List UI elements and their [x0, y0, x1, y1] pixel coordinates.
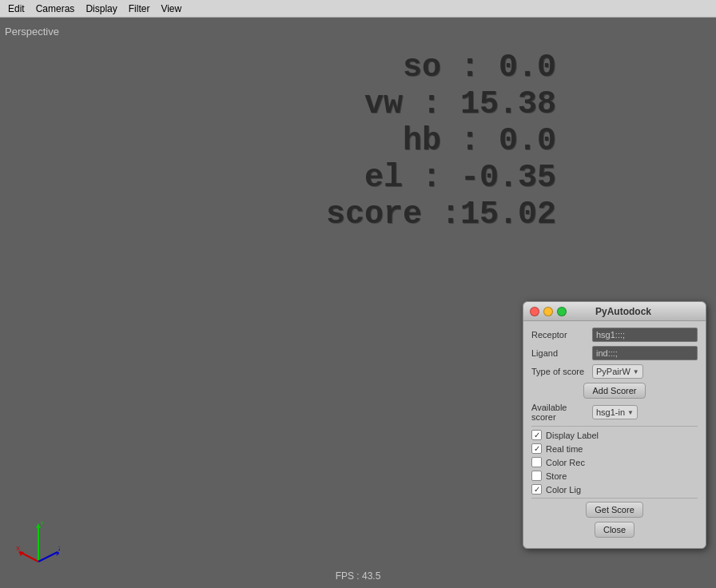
type-score-row: Type of score PyPairW ▼ — [531, 364, 698, 379]
menu-edit[interactable]: Edit — [3, 2, 30, 16]
ligand-field[interactable]: ind:::; — [592, 346, 698, 360]
store-text: Store — [546, 471, 567, 481]
real-time-text: Real time — [546, 444, 583, 454]
color-lig-row: ✓ Color Lig — [531, 484, 698, 495]
panel: PyAutodock Receptor hsg1:::; Ligand ind:… — [523, 301, 706, 549]
window-min-btn[interactable] — [543, 307, 553, 316]
available-scorer-dropdown[interactable]: hsg1-in ▼ — [592, 405, 638, 419]
add-scorer-row: Add Scorer — [531, 383, 698, 399]
window-close-btn[interactable] — [530, 307, 539, 316]
divider-1 — [531, 426, 698, 427]
panel-titlebar: PyAutodock — [523, 302, 706, 321]
receptor-row: Receptor hsg1:::; — [531, 328, 698, 342]
available-scorer-value: hsg1-in — [596, 407, 625, 417]
svg-text:Y: Y — [40, 522, 45, 526]
perspective-label: Perspective — [5, 26, 59, 38]
menubar: Edit Cameras Display Filter View — [0, 0, 716, 18]
menu-filter[interactable]: Filter — [124, 2, 155, 16]
display-label-row: ✓ Display Label — [531, 430, 698, 440]
panel-content: Receptor hsg1:::; Ligand ind:::; Type of… — [523, 321, 706, 548]
panel-title: PyAutodock — [571, 306, 676, 317]
svg-line-2 — [38, 552, 58, 562]
vw-score: vw : 15.38 — [326, 86, 556, 123]
available-scorer-label: Available scorer — [531, 403, 587, 422]
close-row: Close — [531, 522, 698, 538]
color-lig-checkbox[interactable]: ✓ — [531, 484, 542, 495]
receptor-field[interactable]: hsg1:::; — [592, 328, 698, 342]
display-label-text: Display Label — [546, 431, 599, 440]
total-score: score :15.02 — [326, 197, 556, 233]
type-score-value: PyPairW — [596, 367, 630, 376]
window-max-btn[interactable] — [557, 307, 567, 316]
close-button[interactable]: Close — [595, 522, 634, 538]
display-label-checkbox[interactable]: ✓ — [531, 430, 542, 440]
ligand-row: Ligand ind:::; — [531, 346, 698, 360]
axis-widget: Y X Z — [16, 522, 60, 566]
menu-display[interactable]: Display — [81, 2, 121, 16]
store-checkbox[interactable] — [531, 471, 542, 481]
color-lig-text: Color Lig — [546, 485, 581, 495]
ligand-label: Ligand — [531, 348, 587, 358]
real-time-checkbox[interactable]: ✓ — [531, 443, 542, 454]
add-scorer-button[interactable]: Add Scorer — [583, 383, 645, 399]
svg-text:Z: Z — [58, 545, 60, 552]
svg-text:X: X — [16, 545, 21, 552]
get-score-row: Get Score — [531, 502, 698, 518]
score-overlay: so : 0.0 vw : 15.38 hb : 0.0 el : -0.35 … — [326, 50, 556, 233]
fps-label: FPS : 43.5 — [336, 570, 381, 582]
divider-2 — [531, 498, 698, 499]
el-score: el : -0.35 — [326, 160, 556, 197]
color-rec-checkbox[interactable] — [531, 457, 542, 467]
available-scorer-row: Available scorer hsg1-in ▼ — [531, 403, 698, 422]
get-score-button[interactable]: Get Score — [586, 502, 643, 518]
type-score-dropdown[interactable]: PyPairW ▼ — [592, 364, 643, 379]
color-rec-text: Color Rec — [546, 458, 585, 467]
viewport: Perspective so : 0.0 vw : 15.38 hb : 0.0… — [0, 18, 716, 588]
menu-cameras[interactable]: Cameras — [31, 2, 80, 16]
real-time-row: ✓ Real time — [531, 443, 698, 454]
so-score: so : 0.0 — [326, 50, 556, 86]
store-row: Store — [531, 471, 698, 481]
receptor-label: Receptor — [531, 330, 587, 340]
color-rec-row: Color Rec — [531, 457, 698, 467]
chevron-down-icon: ▼ — [633, 368, 639, 375]
chevron-down-icon-2: ▼ — [627, 409, 634, 416]
hb-score: hb : 0.0 — [326, 123, 556, 160]
menu-view[interactable]: View — [156, 2, 186, 16]
type-score-label: Type of score — [531, 367, 587, 376]
